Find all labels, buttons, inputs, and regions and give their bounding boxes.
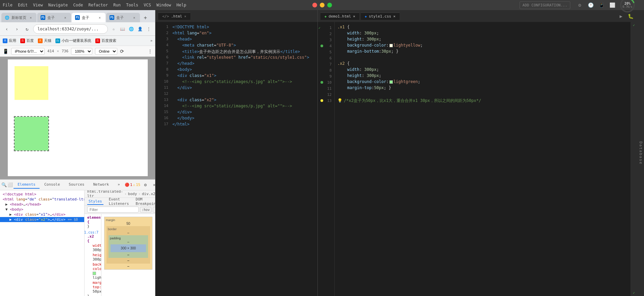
menu-code[interactable]: Code <box>73 3 83 7</box>
bookmark-search[interactable]: 百 百度搜索 <box>95 38 116 43</box>
css-tab-style1[interactable]: ◆ style1.css × <box>361 12 400 20</box>
bookmarks-more[interactable]: » <box>150 38 152 43</box>
html-editor-tab[interactable]: </> .html × <box>158 12 190 20</box>
database-sidebar[interactable]: Database <box>637 10 644 296</box>
devtools-pointer-icon[interactable]: ⬜ <box>7 181 13 188</box>
margin-top-val: 50 <box>106 222 151 225</box>
bookmark-star-icon[interactable]: ☆ <box>110 25 117 33</box>
tab-elements[interactable]: Elements <box>14 181 40 189</box>
newtab-favicon: 🌐 <box>5 16 9 20</box>
tab3-close[interactable]: × <box>132 15 137 20</box>
bookmark-apps[interactable]: A 应用 <box>3 38 16 43</box>
css-line-11: margin-top:50px; } <box>335 85 630 91</box>
network-selector[interactable]: Online <box>95 48 117 55</box>
back-button[interactable]: ‹ <box>3 25 11 33</box>
browser-tab-newtab[interactable]: 🌐 新标签页 × <box>1 13 37 22</box>
devtools-inspect-icon[interactable]: 🔍 <box>1 181 7 188</box>
html-code-line-13: 13 <div class="x2"> <box>156 98 317 104</box>
bookmark-baidu[interactable]: 百 百度 <box>20 38 34 43</box>
subtab-dom-breakpoints[interactable]: DOM Breakpoints <box>134 196 155 207</box>
bookmark-tmall[interactable]: 天 天猫 <box>38 38 51 43</box>
browser-tab-1[interactable]: PS 盒子 × <box>37 13 71 22</box>
menu-file[interactable]: File <box>3 3 13 7</box>
menu-view[interactable]: View <box>33 3 43 7</box>
css-line-6 <box>335 55 630 61</box>
newtab-label: 新标签页 <box>11 15 26 20</box>
device-height: 736 <box>62 49 69 53</box>
device-toggle-icon[interactable]: 📱 <box>3 49 8 54</box>
account-icon[interactable]: 👤 <box>136 25 144 33</box>
menu-run[interactable]: Run <box>113 3 121 7</box>
tab1-label: 盒子 <box>47 15 55 20</box>
devtools-more-icon[interactable]: ⋮ <box>148 49 152 54</box>
dom-line-body[interactable]: ▼ <body> <box>0 207 84 212</box>
tab-console[interactable]: Console <box>40 181 64 189</box>
dom-line-x2[interactable]: ▶ <div class="x2">…</div> == $0 <box>0 217 84 222</box>
add-config-button[interactable]: ADD CONFIGURATION... <box>520 1 570 9</box>
recent-files-icon[interactable]: 🕐 <box>587 1 595 9</box>
reader-icon[interactable]: 📖 <box>119 25 126 33</box>
css-line-10: background-color:lightgreen; <box>335 79 630 85</box>
zoom-selector[interactable]: 100% <box>71 48 92 55</box>
tab-network[interactable]: Network <box>89 181 113 189</box>
menu-refactor[interactable]: Refactor <box>88 3 108 7</box>
css-line-3: height: 300px; <box>335 37 630 43</box>
ide-menu: File Edit View Navigate Code Refactor Ru… <box>3 3 186 7</box>
rotate-icon[interactable]: ⟳ <box>120 49 124 54</box>
css-line-13: 💡 /*x2盒子为50px，比x1大，重合合并x1 30px，所以之间的间距为5… <box>335 98 630 104</box>
layout-icon[interactable]: ⬜ <box>608 1 616 9</box>
html-filename: .html <box>171 14 182 19</box>
dom-line-html[interactable]: <html lang="de" class="translated-ltr" > <box>0 197 84 202</box>
dom-line-x1[interactable]: ▶ <div class="x1">…</div> <box>0 212 84 217</box>
css-tab-demo1-close[interactable]: × <box>353 14 355 19</box>
url-bar[interactable]: localhost:63342/zuoye/... <box>33 24 108 34</box>
breadcrumb-item-x2[interactable]: div.x2 <box>142 192 155 196</box>
tab-sources[interactable]: Sources <box>65 181 88 189</box>
newtab-close[interactable]: × <box>28 15 33 20</box>
content-dimensions: 300 × 300 <box>121 246 136 250</box>
device-selector[interactable]: iPhone 6/7/... <box>11 48 45 55</box>
settings-icon[interactable]: ⚙ <box>576 1 584 9</box>
css-tab-style1-close[interactable]: × <box>393 14 396 19</box>
menu-navigate[interactable]: Navigate <box>48 3 68 7</box>
html-code-line-3: 3 <head> <box>156 37 317 43</box>
html-code-line-1: 1 <!DOCTYPE html> <box>156 25 317 31</box>
tab1-close[interactable]: × <box>63 15 68 20</box>
more-button[interactable]: ⋮ <box>145 25 152 33</box>
gutter-check-1: ✓ <box>318 26 320 30</box>
html-code-line-16: 16 </body> <box>156 116 317 122</box>
pseudo-class-btn[interactable]: :hov <box>140 207 151 213</box>
window-max-btn[interactable] <box>327 3 332 7</box>
devtools-close-icon[interactable]: × <box>150 181 155 188</box>
subtab-styles[interactable]: Styles <box>87 198 103 205</box>
menu-vcs[interactable]: VCS <box>144 3 151 7</box>
new-tab-button[interactable]: + <box>141 13 150 22</box>
tab2-favicon: PS <box>75 15 80 20</box>
html-tab-close[interactable]: × <box>184 15 186 18</box>
html-code-line-4: 4 <meta charset="UTF-8"> <box>156 43 317 49</box>
css-tab-demo1[interactable]: ◆ demo1.html × <box>320 12 359 20</box>
styles-filter-input[interactable] <box>87 207 139 213</box>
css-tab-demo1-label: demo1.html <box>329 14 351 19</box>
window-close-btn[interactable] <box>312 3 317 7</box>
breadcrumb-item-body[interactable]: body <box>128 192 137 196</box>
browser-tab-3[interactable]: PS 盒子 × <box>106 13 140 22</box>
tab2-close[interactable]: × <box>97 15 102 20</box>
menu-help[interactable]: Help <box>176 3 186 7</box>
class-btn[interactable]: .cls <box>153 207 155 213</box>
dom-line-doctype[interactable]: <!doctype html> <box>0 192 84 197</box>
menu-edit[interactable]: Edit <box>18 3 28 7</box>
devtools-more-tabs[interactable]: » <box>114 181 124 189</box>
menu-window[interactable]: Window <box>157 3 171 7</box>
devtools-settings-icon[interactable]: ⚙ <box>142 181 149 188</box>
translate-icon[interactable]: 🌐 <box>127 25 135 33</box>
reload-button[interactable]: ↻ <box>23 25 31 33</box>
phone-icon[interactable]: 📱 <box>597 1 605 9</box>
bookmark-restore[interactable]: 白 小白一键重装系统 <box>55 38 91 43</box>
menu-tools[interactable]: Tools <box>126 3 138 7</box>
window-min-btn[interactable] <box>320 3 325 7</box>
subtab-event-listeners[interactable]: Event Listeners <box>108 196 130 207</box>
dom-line-head[interactable]: ▶ <head>…</head> <box>0 202 84 207</box>
browser-tab-2[interactable]: PS 盒子 × <box>72 13 105 22</box>
forward-button[interactable]: › <box>13 25 21 33</box>
